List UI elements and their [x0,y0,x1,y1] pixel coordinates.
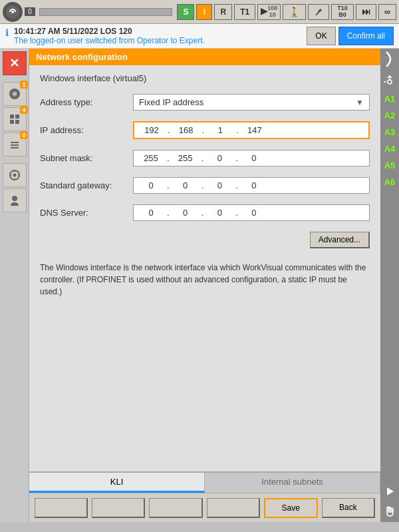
advanced-button[interactable]: Advanced... [310,232,370,248]
back-button[interactable]: Back [322,498,375,518]
gateway-octet-1[interactable] [138,180,164,190]
sidebar-badge-2: 4 [20,106,27,114]
dns-label: DNS Server: [40,208,133,218]
sidebar-right-a3[interactable]: A3 [382,127,398,137]
arrow-right-icon[interactable] [382,51,398,67]
tool-button[interactable] [308,4,329,20]
address-type-value: Fixed IP address [139,97,203,107]
subnet-octet-1[interactable] [138,153,164,163]
dns-octet-3[interactable] [206,208,233,218]
gateway-row: Standard gateway: . . . [40,177,370,194]
info-text: The Windows interface is the network int… [40,262,370,298]
t1-button[interactable]: T1 [234,4,255,20]
sidebar-right-a6[interactable]: A6 [382,177,398,187]
address-type-dropdown[interactable]: Fixed IP address ▼ [133,94,370,111]
notification-bar: ℹ 10:41:27 AM 5/11/2022 LOS 120 The logg… [0,24,399,49]
svg-point-16 [388,80,392,84]
dns-dot-1: . [167,208,170,218]
left-sidebar: ✕ 1 4 0 [0,49,29,522]
bottom-tabs: KLI Internal subnets [29,471,380,493]
walk-button[interactable]: 🚶 [283,4,306,20]
run-button[interactable]: ▶ 10010 [257,4,281,20]
gateway-octet-3[interactable] [206,180,233,190]
action-btn-4[interactable] [207,498,260,518]
dns-dot-3: . [235,208,238,218]
tab-kli[interactable]: KLI [29,473,205,493]
satellite-icon[interactable] [382,71,398,87]
play-icon[interactable] [382,483,398,499]
sidebar-right-a5[interactable]: A5 [382,160,398,170]
dns-row: DNS Server: . . . [40,204,370,221]
subnet-octet-3[interactable] [206,153,233,163]
ip-octet-2[interactable] [173,125,200,135]
close-button[interactable]: ✕ [3,51,27,75]
subnet-octet-4[interactable] [241,153,267,163]
main-layout: ✕ 1 4 0 [0,49,399,522]
content-area: Network configuration Windows interface … [29,49,380,522]
action-btn-2[interactable] [92,498,145,518]
ip-address-control: . . . [133,121,370,139]
sidebar-icon-settings[interactable] [3,163,27,187]
confirm-all-button[interactable]: Confirm all [338,27,394,45]
content-body: Windows interface (virtual5) Address typ… [29,65,380,471]
grab-icon[interactable] [382,503,398,519]
ip-dot-1: . [168,125,170,135]
ip-octet-1[interactable] [138,125,165,135]
notification-text-area: 10:41:27 AM 5/11/2022 LOS 120 The logged… [14,27,301,45]
sidebar-icon-1[interactable]: 1 [3,82,27,106]
app-logo [3,2,23,22]
ip-address-field: . . . [133,121,370,139]
section-title: Windows interface (virtual5) [40,73,370,83]
gateway-octet-2[interactable] [172,180,199,190]
subnet-mask-row: Subnet mask: . . . [40,150,370,166]
progress-bar [39,8,172,16]
dns-control: . . . [133,204,370,221]
svg-point-14 [13,174,16,177]
gateway-dot-3: . [235,180,238,190]
sidebar-badge-3: 0 [20,131,27,139]
notification-buttons: OK Confirm all [307,27,394,45]
info-icon: ℹ [5,27,9,38]
r-button[interactable]: R [214,4,232,20]
sidebar-right-a1[interactable]: A1 [382,94,398,104]
svg-rect-11 [11,144,19,146]
sidebar-right-a4[interactable]: A4 [382,144,398,154]
ip-octet-3[interactable] [207,125,233,135]
address-type-row: Address type: Fixed IP address ▼ [40,94,370,111]
sidebar-icon-user[interactable] [3,188,27,212]
subnet-mask-field: . . . [133,150,370,166]
save-button[interactable]: Save [264,498,318,518]
i-button[interactable]: I [196,4,212,20]
dns-field: . . . [133,204,370,221]
dns-dot-2: . [201,208,204,218]
action-btn-3[interactable] [149,498,202,518]
gateway-dot-2: . [201,180,204,190]
action-btn-1[interactable] [35,498,88,518]
dns-octet-1[interactable] [138,208,164,218]
gateway-control: . . . [133,177,370,194]
dns-octet-2[interactable] [172,208,199,218]
subnet-octet-2[interactable] [172,153,199,163]
dns-octet-4[interactable] [241,208,267,218]
svg-point-1 [11,11,14,13]
ip-dot-3: . [236,125,239,135]
address-type-label: Address type: [40,97,133,107]
ip-address-row: IP address: . . . [40,121,370,139]
subnet-dot-2: . [201,153,204,163]
address-type-control: Fixed IP address ▼ [133,94,370,111]
sidebar-icon-2[interactable]: 4 [3,107,27,131]
gateway-octet-4[interactable] [241,180,267,190]
top-bar: 0 S I R T1 ▶ 10010 🚶 T10B0 ⏭ ∞ [0,0,399,24]
ip-octet-4[interactable] [241,125,268,135]
sidebar-icon-3[interactable]: 0 [3,133,27,156]
s-button[interactable]: S [177,4,194,20]
subnet-mask-label: Subnet mask: [40,153,133,163]
t10b0-button[interactable]: T10B0 [331,4,354,20]
infinity-button[interactable]: ∞ [378,4,396,20]
bottom-action-bar: Save Back [29,493,380,522]
right-sidebar: A1 A2 A3 A4 A5 A6 [380,49,399,522]
skip-button[interactable]: ⏭ [356,4,376,20]
sidebar-right-a2[interactable]: A2 [382,111,398,121]
ok-button[interactable]: OK [307,27,335,45]
tab-internal-subnets[interactable]: Internal subnets [205,473,380,493]
